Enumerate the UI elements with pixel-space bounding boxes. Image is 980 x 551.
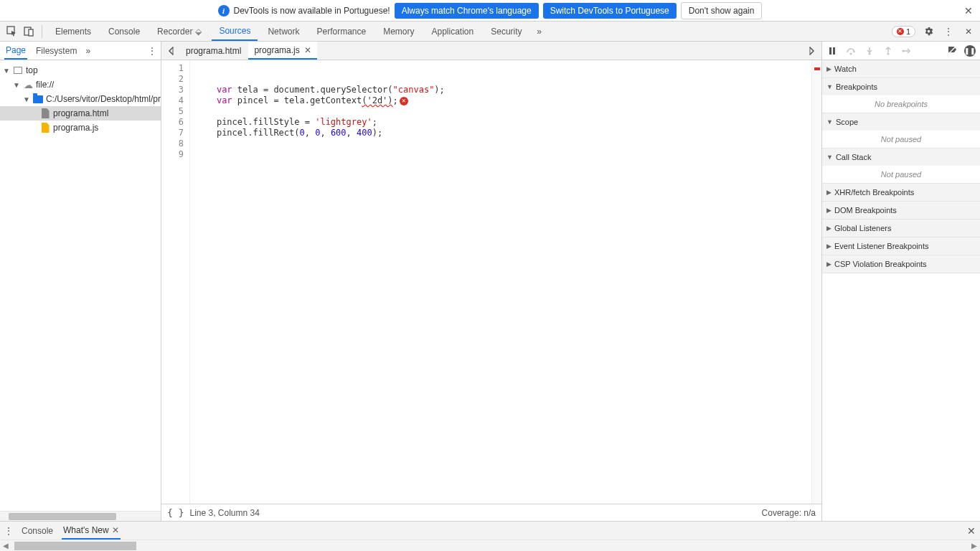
svg-point-9 bbox=[869, 52, 871, 55]
section-title: Breakpoints bbox=[836, 83, 877, 91]
tree-label: top bbox=[26, 65, 38, 75]
section-header-global-listeners[interactable]: ▶Global Listeners bbox=[822, 220, 980, 237]
code-content[interactable]: var tela = document.querySelector("canva… bbox=[190, 60, 811, 504]
editor-tabs: programa.html programa.js✕ bbox=[161, 42, 821, 60]
error-count-badge[interactable]: ✕1 bbox=[892, 26, 915, 37]
inspect-icon[interactable] bbox=[4, 24, 19, 39]
debugger-section: ▶Global Listeners bbox=[822, 220, 980, 237]
section-title: Global Listeners bbox=[834, 224, 892, 232]
device-toolbar-icon[interactable] bbox=[22, 24, 36, 39]
tree-top-frame[interactable]: ▼ top bbox=[0, 63, 161, 77]
code-editor[interactable]: 123456789 var tela = document.querySelec… bbox=[161, 60, 821, 504]
tab-performance[interactable]: Performance bbox=[309, 22, 373, 41]
kebab-menu-icon[interactable]: ⋮ bbox=[941, 24, 956, 39]
scroll-right-icon[interactable]: ▶ bbox=[969, 540, 980, 552]
step-over-icon[interactable] bbox=[845, 47, 857, 55]
navigator-tab-page[interactable]: Page bbox=[4, 42, 27, 60]
coverage-status: Coverage: n/a bbox=[762, 508, 816, 518]
section-title: Watch bbox=[834, 65, 857, 73]
chevron-icon: ▶ bbox=[826, 225, 831, 232]
scroll-thumb[interactable] bbox=[14, 542, 136, 550]
close-icon[interactable]: ✕ bbox=[964, 5, 973, 17]
section-header-event-listener-breakpoints[interactable]: ▶Event Listener Breakpoints bbox=[822, 237, 980, 255]
tree-folder[interactable]: ▼ C:/Users/vitor/Desktop/html/programa bbox=[0, 92, 161, 106]
section-title: Event Listener Breakpoints bbox=[834, 242, 928, 250]
section-header-call-stack[interactable]: ▼Call Stack bbox=[822, 149, 980, 166]
navigator-tab-filesystem[interactable]: Filesystem bbox=[34, 42, 78, 60]
settings-icon[interactable] bbox=[921, 24, 936, 39]
devtools-close-icon[interactable]: ✕ bbox=[961, 24, 976, 39]
tab-memory[interactable]: Memory bbox=[376, 22, 421, 41]
step-icon[interactable] bbox=[901, 47, 913, 55]
section-body: Not paused bbox=[822, 131, 980, 148]
nav-back-icon[interactable] bbox=[164, 46, 179, 56]
folder-icon bbox=[33, 95, 43, 103]
error-icon[interactable]: ✕ bbox=[400, 97, 408, 105]
debugger-section: ▶Watch bbox=[822, 60, 980, 78]
editor-scrollbar[interactable] bbox=[811, 60, 821, 504]
section-header-watch[interactable]: ▶Watch bbox=[822, 60, 980, 77]
chevron-icon: ▶ bbox=[826, 207, 831, 214]
pause-icon[interactable] bbox=[826, 47, 838, 55]
drawer-close-icon[interactable]: ✕ bbox=[967, 525, 976, 537]
drawer-tab-whatsnew[interactable]: What's New✕ bbox=[62, 522, 121, 540]
tab-network[interactable]: Network bbox=[260, 22, 306, 41]
editor-status-bar: { } Line 3, Column 34 Coverage: n/a bbox=[161, 504, 821, 521]
tab-application[interactable]: Application bbox=[425, 22, 481, 41]
debugger-section: ▼BreakpointsNo breakpoints bbox=[822, 78, 980, 113]
window-scrollbar[interactable]: ◀ ▶ bbox=[0, 540, 980, 551]
debugger-toolbar: ❚❚ bbox=[822, 42, 980, 60]
tab-sources[interactable]: Sources bbox=[212, 22, 258, 41]
scroll-left-icon[interactable]: ◀ bbox=[0, 540, 11, 552]
section-header-breakpoints[interactable]: ▼Breakpoints bbox=[822, 78, 980, 95]
more-navigator-tabs-icon[interactable]: » bbox=[85, 46, 90, 56]
line-gutter: 123456789 bbox=[161, 60, 190, 504]
chevron-icon: ▶ bbox=[826, 242, 831, 250]
tab-elements[interactable]: Elements bbox=[48, 22, 98, 41]
tab-console[interactable]: Console bbox=[101, 22, 147, 41]
section-header-dom-breakpoints[interactable]: ▶DOM Breakpoints bbox=[822, 202, 980, 219]
debugger-section: ▼ScopeNot paused bbox=[822, 113, 980, 149]
file-icon bbox=[42, 123, 50, 133]
tab-recorder[interactable]: Recorder⬙ bbox=[150, 22, 209, 41]
tree-file-html[interactable]: programa.html bbox=[0, 106, 161, 121]
debugger-section: ▶DOM Breakpoints bbox=[822, 202, 980, 220]
section-header-scope[interactable]: ▼Scope bbox=[822, 113, 980, 131]
svg-rect-2 bbox=[29, 29, 33, 36]
cursor-position: Line 3, Column 34 bbox=[189, 508, 259, 518]
tab-security[interactable]: Security bbox=[484, 22, 529, 41]
error-marker[interactable] bbox=[814, 67, 820, 70]
section-title: Scope bbox=[836, 118, 858, 126]
workspace: Page Filesystem » ⋮ ▼ top ▼☁ file:// ▼ C… bbox=[0, 42, 980, 521]
section-header-xhr-fetch-breakpoints[interactable]: ▶XHR/fetch Breakpoints bbox=[822, 184, 980, 201]
deactivate-breakpoints-icon[interactable] bbox=[947, 45, 958, 57]
step-out-icon[interactable] bbox=[882, 47, 894, 55]
editor-tab-html[interactable]: programa.html bbox=[180, 42, 247, 60]
nav-forward-icon[interactable] bbox=[804, 46, 819, 56]
pause-exceptions-icon[interactable]: ❚❚ bbox=[964, 45, 976, 57]
section-title: DOM Breakpoints bbox=[834, 206, 897, 215]
chevron-icon: ▼ bbox=[826, 83, 833, 90]
separator bbox=[42, 25, 42, 38]
dismiss-button[interactable]: Don't show again bbox=[681, 2, 763, 19]
tree-origin[interactable]: ▼☁ file:// bbox=[0, 77, 161, 92]
format-icon[interactable]: { } bbox=[167, 507, 184, 518]
tree-label: C:/Users/vitor/Desktop/html/programa bbox=[46, 94, 161, 104]
editor-tab-js[interactable]: programa.js✕ bbox=[248, 42, 316, 60]
navigator-menu-icon[interactable]: ⋮ bbox=[148, 46, 156, 56]
debugger-section: ▶CSP Violation Breakpoints bbox=[822, 255, 980, 273]
more-tabs-icon[interactable]: » bbox=[532, 24, 547, 39]
step-into-icon[interactable] bbox=[864, 47, 875, 55]
section-header-csp-violation-breakpoints[interactable]: ▶CSP Violation Breakpoints bbox=[822, 255, 980, 273]
svg-point-11 bbox=[887, 52, 890, 55]
tree-label: programa.html bbox=[53, 108, 108, 118]
match-language-button[interactable]: Always match Chrome's language bbox=[395, 3, 539, 19]
switch-language-button[interactable]: Switch DevTools to Portuguese bbox=[543, 3, 677, 19]
close-tab-icon[interactable]: ✕ bbox=[304, 45, 311, 55]
drawer-menu-icon[interactable]: ⋮ bbox=[4, 526, 13, 536]
svg-rect-5 bbox=[829, 47, 831, 55]
drawer-tab-console[interactable]: Console bbox=[20, 522, 55, 540]
scroll-track[interactable] bbox=[11, 540, 969, 551]
navigator-scrollbar[interactable] bbox=[0, 511, 161, 521]
tree-file-js[interactable]: programa.js bbox=[0, 121, 161, 135]
